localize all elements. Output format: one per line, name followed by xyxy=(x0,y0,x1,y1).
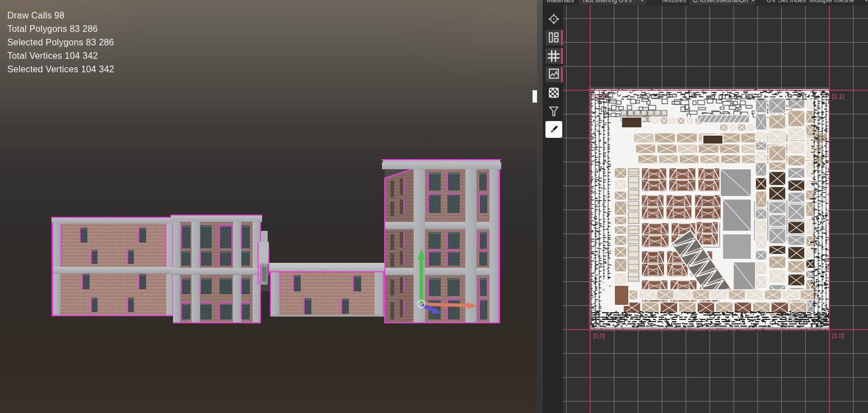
svg-text:[0,1]: [0,1] xyxy=(593,93,605,100)
svg-text:[0,0]: [0,0] xyxy=(593,332,605,339)
svg-text:[1,1]: [1,1] xyxy=(832,93,844,100)
svg-text:[1,0]: [1,0] xyxy=(832,332,844,339)
